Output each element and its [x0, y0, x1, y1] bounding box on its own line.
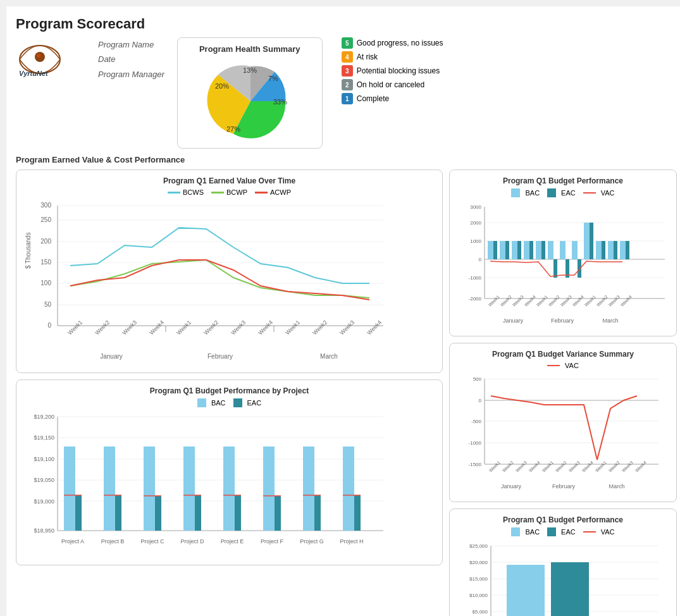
svg-text:-2000: -2000	[469, 296, 482, 302]
svg-rect-124	[620, 241, 626, 259]
svg-text:Week4: Week4	[581, 460, 594, 472]
svg-text:$5,000: $5,000	[473, 609, 488, 615]
svg-rect-104	[500, 241, 505, 259]
svg-text:Week1: Week1	[541, 460, 554, 472]
legend-acwp: ACWP	[255, 188, 291, 196]
svg-text:$20,000: $20,000	[469, 560, 488, 565]
legend-item-3: 3 Potential blocking issues	[342, 65, 443, 77]
svg-text:Week2: Week2	[555, 460, 567, 472]
budget-perf2-svg: $25,000 $20,000 $15,000 $10,000 $5,000 $…	[456, 539, 671, 616]
svg-text:$19,200: $19,200	[34, 414, 54, 420]
svg-point-2	[37, 54, 40, 58]
budget-variance-title: Program Q1 Budget Variance Summary	[456, 350, 670, 359]
program-manager-label: Program Manager	[98, 67, 164, 82]
svg-rect-119	[590, 223, 593, 259]
svg-text:January: January	[503, 317, 524, 324]
svg-text:$10,000: $10,000	[469, 593, 488, 598]
svg-text:March: March	[602, 317, 618, 324]
svg-text:Week3: Week3	[512, 294, 524, 307]
svg-text:100: 100	[40, 280, 51, 286]
svg-rect-112	[548, 241, 553, 259]
budget-by-project-box: Program Q1 Budget Performance by Project…	[16, 379, 443, 565]
svg-text:January: January	[100, 353, 123, 360]
svg-text:Week4: Week4	[620, 294, 633, 307]
legend-box: 5 Good progress, no issues 4 At risk 3 P…	[342, 37, 443, 107]
right-col: Program Q1 Budget Performance BAC EAC VA…	[449, 169, 677, 616]
legend-text-4: At risk	[357, 52, 378, 61]
svg-text:Week3: Week3	[338, 319, 355, 336]
svg-text:-1500: -1500	[469, 462, 482, 467]
svg-text:$15,000: $15,000	[469, 576, 488, 582]
svg-text:Week4: Week4	[148, 319, 165, 336]
svg-rect-69	[223, 447, 235, 531]
svg-rect-60	[104, 447, 115, 531]
legend-text-5: Good progress, no issues	[357, 39, 443, 47]
page: Program Scorecard VyrtuNet Program Name …	[6, 6, 680, 616]
budget-perf-svg: 3000 2000 1000 0 -1000 -2000	[456, 200, 671, 327]
svg-rect-107	[517, 241, 521, 259]
svg-text:150: 150	[40, 259, 51, 266]
svg-rect-70	[235, 495, 241, 531]
ev-over-time-legend: BCWS BCWP ACWP	[23, 188, 436, 196]
svg-text:Project A: Project A	[61, 538, 84, 545]
program-name-label: Program Name	[98, 37, 164, 52]
page-title: Program Scorecard	[16, 16, 677, 32]
legend-item-4: 4 At risk	[342, 51, 443, 63]
svg-text:$19,100: $19,100	[34, 456, 54, 462]
svg-rect-120	[596, 241, 602, 259]
svg-text:Week1: Week1	[536, 294, 548, 307]
svg-rect-113	[553, 259, 557, 278]
ev-over-time-box: Program Q1 Earned Value Over Time BCWS B…	[16, 169, 443, 373]
svg-rect-76	[314, 495, 321, 531]
svg-text:Week1: Week1	[595, 460, 607, 472]
svg-rect-103	[493, 241, 497, 259]
budget-perf2-title: Program Q1 Budget Performance	[456, 515, 670, 524]
legend-bcwp: BCWP	[211, 188, 247, 196]
legend-bcws: BCWS	[168, 188, 204, 196]
legend-text-2: On hold or canceled	[357, 80, 424, 89]
svg-text:Week2: Week2	[94, 319, 111, 336]
budget-perf-box: Program Q1 Budget Performance BAC EAC VA…	[449, 169, 677, 336]
legend-vac-bp: VAC	[583, 188, 615, 197]
svg-text:Week2: Week2	[502, 460, 514, 472]
svg-text:$ Thousands: $ Thousands	[25, 232, 32, 269]
legend-text-1: Complete	[357, 94, 389, 103]
svg-text:February: February	[552, 483, 576, 490]
svg-text:Week4: Week4	[572, 294, 584, 307]
svg-rect-57	[75, 495, 82, 531]
health-summary-box: Program Health Summary 33% 27% 20% 13%	[177, 37, 323, 149]
svg-text:27%: 27%	[226, 125, 240, 133]
svg-text:300: 300	[40, 202, 51, 209]
svg-text:0: 0	[479, 257, 482, 262]
legend-badge-3: 3	[342, 65, 353, 77]
svg-text:Project G: Project G	[300, 538, 324, 545]
svg-text:Week3: Week3	[121, 319, 138, 336]
svg-text:Project D: Project D	[180, 538, 204, 545]
header: VyrtuNet Program Name Date Program Manag…	[16, 37, 677, 149]
svg-rect-116	[572, 241, 578, 259]
svg-text:Project E: Project E	[221, 538, 244, 545]
svg-text:2000: 2000	[470, 220, 481, 226]
svg-rect-72	[263, 447, 275, 531]
svg-rect-122	[608, 241, 614, 259]
program-info: Program Name Date Program Manager	[98, 37, 164, 82]
svg-text:-500: -500	[471, 419, 482, 424]
legend-bac-bp: BAC	[511, 188, 540, 197]
budget-by-project-legend: BAC EAC	[23, 398, 436, 407]
svg-text:Week3: Week3	[230, 319, 247, 336]
svg-rect-121	[602, 241, 605, 259]
svg-rect-106	[512, 241, 517, 259]
svg-text:Week1: Week1	[284, 319, 301, 336]
svg-text:Week2: Week2	[202, 319, 219, 336]
legend-text-3: Potential blocking issues	[357, 66, 440, 75]
svg-rect-108	[524, 241, 529, 259]
svg-rect-118	[584, 223, 590, 259]
svg-rect-102	[488, 241, 493, 259]
svg-text:Week1: Week1	[488, 294, 500, 307]
svg-text:Week1: Week1	[175, 319, 192, 336]
svg-text:Project B: Project B	[101, 538, 125, 545]
svg-text:13%: 13%	[243, 66, 257, 74]
bp-bars	[488, 223, 629, 278]
main-content: Program Q1 Earned Value Over Time BCWS B…	[16, 169, 677, 616]
legend-vac-bp2: VAC	[583, 527, 615, 536]
